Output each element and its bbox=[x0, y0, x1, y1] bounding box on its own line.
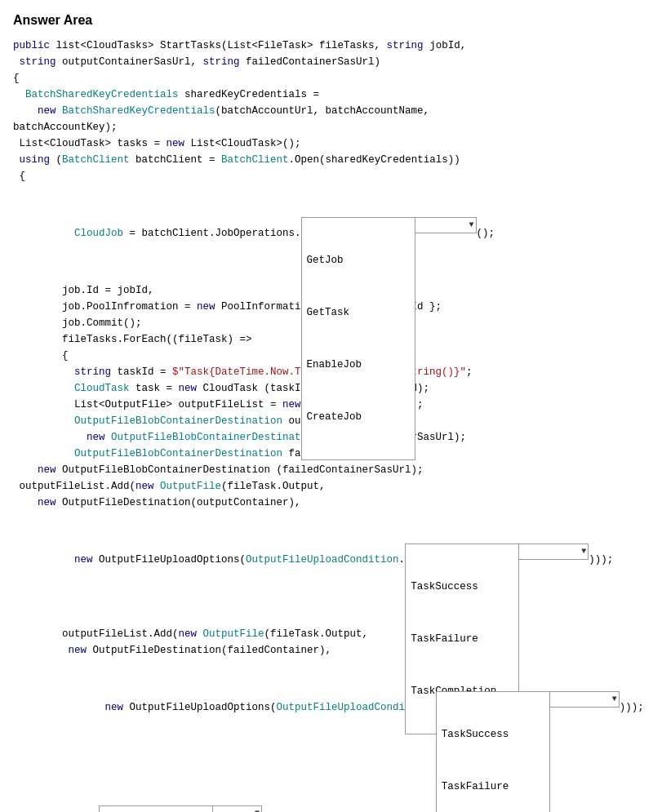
dropdown4-arrow: ▼ bbox=[251, 807, 260, 812]
code-line-3: { bbox=[13, 70, 640, 87]
dropdown1-arrow: ▼ bbox=[466, 219, 474, 232]
code-line-26 bbox=[13, 610, 640, 626]
dropdown1-wrap: ▼ GetJob GetTask EnableJob CreateJob bbox=[301, 201, 477, 266]
code-line-1: public list<CloudTasks> StartTasks(List<… bbox=[13, 38, 640, 54]
code-line-2: string outputContainerSasUrl, string fai… bbox=[13, 54, 640, 70]
code-line-23: outputFileList.Add(new OutputFile(fileTa… bbox=[13, 478, 640, 495]
code-line-8: using (BatchClient batchClient = BatchCl… bbox=[13, 152, 640, 168]
dropdown3-list: TaskSuccess TaskFailure TaskCompletion bbox=[436, 691, 550, 812]
answer-area: Answer Area public list<CloudTasks> Star… bbox=[13, 13, 640, 812]
dropdown2-arrow: ▼ bbox=[578, 545, 586, 558]
dropdown4-list: OutputFiles FilesToStage ResourceFiles S… bbox=[99, 805, 213, 812]
dropdown1-item-createjob[interactable]: CreateJob bbox=[302, 407, 415, 427]
dropdown3-arrow: ▼ bbox=[609, 693, 617, 706]
code-line-7: List<CloudTask> tasks = new List<CloudTa… bbox=[13, 135, 640, 152]
dropdown3-item-success[interactable]: TaskSuccess bbox=[437, 725, 549, 744]
dropdown2-wrap: ▼ TaskSuccess TaskFailure TaskCompletion bbox=[405, 527, 589, 592]
dropdown2-item-failure[interactable]: TaskFailure bbox=[406, 629, 518, 649]
dropdown1-item-getjob[interactable]: GetJob bbox=[302, 251, 415, 270]
code-area: public list<CloudTasks> StartTasks(List<… bbox=[13, 38, 640, 812]
code-line-29: new OutputFileUploadOptions(OutputFileUp… bbox=[13, 659, 640, 757]
dropdown2-item-success[interactable]: TaskSuccess bbox=[406, 577, 518, 597]
code-line-28: new OutputFileDestination(failedContaine… bbox=[13, 642, 640, 659]
code-line-27: outputFileList.Add(new OutputFile(fileTa… bbox=[13, 626, 640, 642]
code-line-24: new OutputFileDestination(outputContaine… bbox=[13, 495, 640, 511]
code-line-25: new OutputFileUploadOptions(OutputFileUp… bbox=[13, 511, 640, 609]
code-line-9: { bbox=[13, 168, 640, 184]
dropdown1-item-enablejob[interactable]: EnableJob bbox=[302, 355, 415, 375]
dropdown4-wrap: ▼ OutputFiles FilesToStage ResourceFiles… bbox=[99, 789, 262, 812]
dropdown1-item-gettask[interactable]: GetTask bbox=[302, 303, 415, 322]
code-line-6: batchAccountKey); bbox=[13, 119, 640, 135]
code-line-10: CloudJob = batchClient.JobOperations. ▼ … bbox=[13, 184, 640, 282]
code-line-5: new BatchSharedKeyCredentials(batchAccou… bbox=[13, 103, 640, 119]
code-line-4: BatchSharedKeyCredentials sharedKeyCrede… bbox=[13, 87, 640, 103]
section-title: Answer Area bbox=[13, 13, 640, 28]
dropdown3-item-failure[interactable]: TaskFailure bbox=[437, 777, 549, 796]
code-line-22: new OutputFileBlobContainerDestination (… bbox=[13, 462, 640, 478]
dropdown1-list: GetJob GetTask EnableJob CreateJob bbox=[301, 217, 415, 460]
